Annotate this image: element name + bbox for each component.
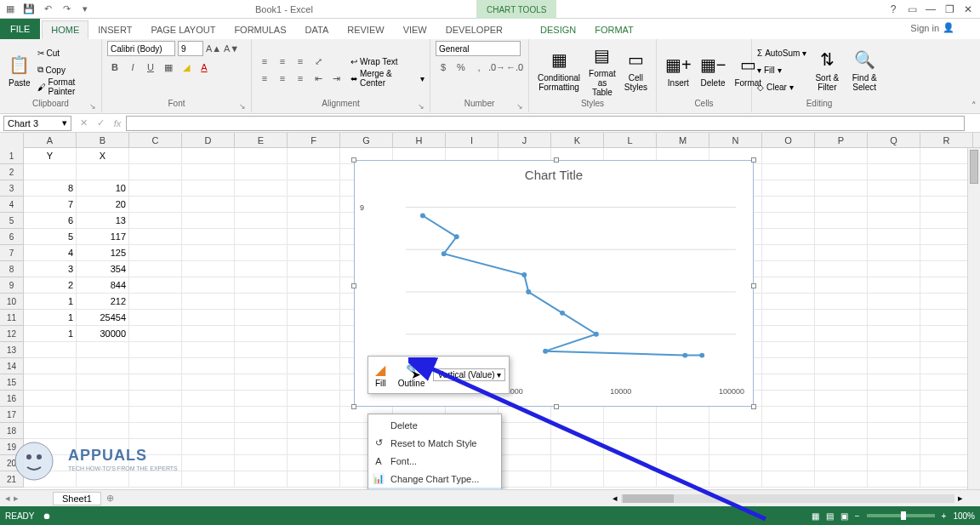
cell[interactable] xyxy=(868,423,920,439)
row-header[interactable]: 17 xyxy=(0,407,24,423)
cell[interactable]: Y xyxy=(24,148,77,164)
column-header[interactable]: C xyxy=(129,133,182,147)
cell[interactable] xyxy=(657,439,709,455)
clipboard-launcher-icon[interactable]: ↘ xyxy=(89,102,96,111)
cell[interactable] xyxy=(868,374,920,391)
delete-cells-button[interactable]: ▦−Delete xyxy=(697,51,730,89)
cell[interactable] xyxy=(762,342,815,358)
cell[interactable] xyxy=(499,455,551,471)
cell[interactable] xyxy=(762,423,815,439)
cell[interactable] xyxy=(129,277,182,294)
insert-cells-button[interactable]: ▦+Insert xyxy=(662,51,695,89)
cell[interactable] xyxy=(920,407,973,423)
number-launcher-icon[interactable]: ↘ xyxy=(516,102,523,111)
cell[interactable] xyxy=(235,180,288,197)
cell[interactable] xyxy=(920,245,973,261)
redo-icon[interactable]: ↷ xyxy=(60,3,73,16)
cell[interactable] xyxy=(920,180,973,197)
clear-button[interactable]: ◇ Clear ▾ xyxy=(757,79,806,94)
tab-formulas[interactable]: FORMULAS xyxy=(225,20,295,39)
name-box[interactable]: Chart 3▾ xyxy=(3,116,71,131)
fx-icon[interactable]: fx xyxy=(109,118,126,128)
cell[interactable] xyxy=(129,229,182,245)
cell[interactable] xyxy=(815,358,868,374)
cell[interactable] xyxy=(129,358,182,374)
alignment-launcher-icon[interactable]: ↘ xyxy=(418,102,424,111)
cell[interactable] xyxy=(235,358,288,374)
cell[interactable] xyxy=(815,423,868,439)
cell[interactable] xyxy=(920,197,973,213)
undo-icon[interactable]: ↶ xyxy=(41,3,54,16)
cell[interactable] xyxy=(762,471,815,488)
align-left-button[interactable]: ≡ xyxy=(257,71,272,86)
cell[interactable] xyxy=(182,423,235,439)
cell[interactable] xyxy=(129,407,182,423)
cell[interactable] xyxy=(288,326,340,342)
ctx-change-chart-type[interactable]: 📊Change Chart Type... xyxy=(368,470,501,488)
italic-button[interactable]: I xyxy=(125,60,140,75)
column-header[interactable]: N xyxy=(709,133,762,147)
cell[interactable] xyxy=(762,197,815,213)
underline-button[interactable]: U xyxy=(143,60,158,75)
cell[interactable] xyxy=(920,471,973,488)
cell[interactable] xyxy=(868,277,920,294)
cell[interactable] xyxy=(24,164,77,180)
cell[interactable] xyxy=(235,374,288,391)
cell[interactable] xyxy=(920,455,973,471)
cell[interactable] xyxy=(129,213,182,229)
currency-button[interactable]: $ xyxy=(436,60,451,75)
cell[interactable] xyxy=(920,374,973,391)
cell[interactable] xyxy=(868,391,920,407)
horizontal-scrollbar[interactable]: ◂ ▸ xyxy=(609,493,966,505)
cell[interactable] xyxy=(182,310,235,326)
cell[interactable] xyxy=(129,294,182,310)
chart-title[interactable]: Chart Title xyxy=(355,168,753,182)
cell[interactable] xyxy=(288,245,340,261)
cell[interactable] xyxy=(762,407,815,423)
cell[interactable] xyxy=(235,407,288,423)
cell[interactable] xyxy=(762,261,815,277)
column-header[interactable]: D xyxy=(182,133,235,147)
cell[interactable] xyxy=(24,374,77,391)
cell[interactable] xyxy=(868,294,920,310)
cell[interactable] xyxy=(815,294,868,310)
cell[interactable] xyxy=(24,358,77,374)
zoom-level[interactable]: 100% xyxy=(953,511,975,521)
cell[interactable] xyxy=(551,471,604,488)
font-color-button[interactable]: A xyxy=(197,60,212,75)
cell[interactable] xyxy=(868,439,920,455)
autosum-button[interactable]: Σ AutoSum ▾ xyxy=(757,45,806,60)
chart-plot-area[interactable] xyxy=(406,203,736,380)
cell[interactable] xyxy=(235,391,288,407)
cell[interactable] xyxy=(77,407,129,423)
align-top-button[interactable]: ≡ xyxy=(257,54,272,69)
cell[interactable]: 13 xyxy=(77,213,129,229)
cell[interactable] xyxy=(288,455,340,471)
cell[interactable]: 8 xyxy=(24,180,77,197)
row-header[interactable]: 16 xyxy=(0,391,24,407)
cell[interactable] xyxy=(815,148,868,164)
cell[interactable] xyxy=(235,261,288,277)
sort-filter-button[interactable]: ⇅Sort & Filter xyxy=(812,46,842,94)
cell[interactable]: 125 xyxy=(77,245,129,261)
cell[interactable] xyxy=(657,407,709,423)
cell[interactable] xyxy=(920,342,973,358)
number-format-combo[interactable]: General xyxy=(436,41,521,56)
column-header[interactable]: F xyxy=(288,133,340,147)
cell[interactable] xyxy=(182,197,235,213)
cell[interactable] xyxy=(182,455,235,471)
cell[interactable] xyxy=(657,471,709,488)
row-header[interactable]: 11 xyxy=(0,310,24,326)
cell[interactable] xyxy=(77,391,129,407)
cell[interactable] xyxy=(129,148,182,164)
column-header[interactable]: P xyxy=(815,133,868,147)
column-header[interactable]: J xyxy=(499,133,551,147)
cell[interactable]: 7 xyxy=(24,197,77,213)
cell[interactable] xyxy=(762,310,815,326)
cell[interactable] xyxy=(762,294,815,310)
cell[interactable] xyxy=(288,407,340,423)
cell[interactable] xyxy=(920,439,973,455)
close-icon[interactable]: ✕ xyxy=(960,2,977,17)
cell[interactable] xyxy=(77,342,129,358)
cell[interactable] xyxy=(182,164,235,180)
